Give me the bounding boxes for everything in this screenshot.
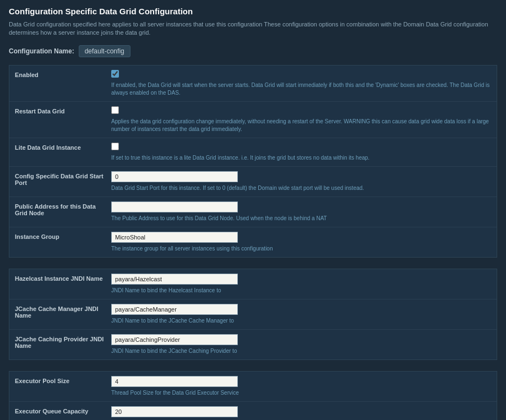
checkbox-basic-0[interactable] <box>111 70 119 78</box>
section-basic: EnabledIf enabled, the Data Grid will st… <box>9 65 497 258</box>
input-executor-1[interactable] <box>111 406 238 417</box>
form-row-basic-2: Lite Data Grid InstanceIf set to true th… <box>9 138 497 167</box>
label-basic-3: Config Specific Data Grid Start Port <box>15 171 111 186</box>
form-row-executor-0: Executor Pool SizeThread Pool Size for t… <box>9 372 497 402</box>
label-basic-4: Public Address for this Data Grid Node <box>15 201 111 216</box>
content-jndi-0: JNDI Name to bind the Hazelcast Instance… <box>111 274 491 294</box>
section-jndi: Hazelcast Instance JNDI NameJNDI Name to… <box>9 269 497 360</box>
help-basic-4: The Public Address to use for this Data … <box>111 215 491 222</box>
content-jndi-1: JNDI Name to bind the JCache Cache Manag… <box>111 304 491 325</box>
help-basic-1: Applies the data grid configuration chan… <box>111 118 491 133</box>
help-executor-0: Thread Pool Size for the Data Grid Execu… <box>111 389 491 397</box>
form-row-basic-1: Restart Data GridApplies the data grid c… <box>9 102 497 138</box>
input-executor-0[interactable] <box>111 376 238 387</box>
input-basic-4[interactable] <box>111 201 238 212</box>
content-basic-1: Applies the data grid configuration chan… <box>111 106 491 133</box>
label-basic-5: Instance Group <box>15 232 111 240</box>
checkbox-basic-1[interactable] <box>111 106 119 114</box>
help-basic-2: If set to true this instance is a lite D… <box>111 154 491 162</box>
help-basic-5: The instance group for all server instan… <box>111 245 491 253</box>
content-basic-4: The Public Address to use for this Data … <box>111 201 491 222</box>
page-title: Configuration Specific Data Grid Configu… <box>9 7 497 16</box>
content-executor-1: Queue Capacity of the Data Grid Executor… <box>111 406 491 420</box>
form-row-executor-1: Executor Queue CapacityQueue Capacity of… <box>9 402 497 420</box>
config-name-label: Configuration Name: <box>9 47 74 55</box>
label-jndi-1: JCache Cache Manager JNDI Name <box>15 304 111 319</box>
config-name-value: default-config <box>79 45 130 57</box>
help-jndi-0: JNDI Name to bind the Hazelcast Instance… <box>111 287 491 294</box>
content-basic-3: Data Grid Start Port for this instance. … <box>111 171 491 192</box>
input-basic-3[interactable] <box>111 171 238 182</box>
help-basic-3: Data Grid Start Port for this instance. … <box>111 184 491 192</box>
label-basic-2: Lite Data Grid Instance <box>15 143 111 151</box>
content-basic-2: If set to true this instance is a lite D… <box>111 143 491 162</box>
checkbox-basic-2[interactable] <box>111 143 119 150</box>
form-row-basic-4: Public Address for this Data Grid NodeTh… <box>9 197 497 227</box>
input-jndi-2[interactable] <box>111 334 238 345</box>
label-basic-0: Enabled <box>15 70 111 78</box>
help-jndi-1: JNDI Name to bind the JCache Cache Manag… <box>111 317 491 325</box>
help-jndi-2: JNDI Name to bind the JCache Caching Pro… <box>111 347 491 355</box>
input-basic-5[interactable] <box>111 232 238 243</box>
form-row-jndi-0: Hazelcast Instance JNDI NameJNDI Name to… <box>9 269 497 299</box>
form-row-basic-5: Instance GroupThe instance group for all… <box>9 227 497 257</box>
label-executor-1: Executor Queue Capacity <box>15 406 111 414</box>
form-row-jndi-1: JCache Cache Manager JNDI NameJNDI Name … <box>9 299 497 330</box>
label-jndi-2: JCache Caching Provider JNDI Name <box>15 334 111 349</box>
form-row-jndi-2: JCache Caching Provider JNDI NameJNDI Na… <box>9 330 497 359</box>
content-basic-5: The instance group for all server instan… <box>111 232 491 253</box>
input-jndi-1[interactable] <box>111 304 238 315</box>
help-basic-0: If enabled, the Data Grid will start whe… <box>111 81 491 97</box>
label-jndi-0: Hazelcast Instance JNDI Name <box>15 274 111 282</box>
label-executor-0: Executor Pool Size <box>15 376 111 384</box>
label-basic-1: Restart Data Grid <box>15 106 111 114</box>
form-row-basic-0: EnabledIf enabled, the Data Grid will st… <box>9 66 497 102</box>
page-description: Data Grid configuration specified here a… <box>9 20 497 37</box>
form-row-basic-3: Config Specific Data Grid Start PortData… <box>9 167 497 197</box>
section-executor: Executor Pool SizeThread Pool Size for t… <box>9 371 497 420</box>
content-basic-0: If enabled, the Data Grid will start whe… <box>111 70 491 97</box>
content-jndi-2: JNDI Name to bind the JCache Caching Pro… <box>111 334 491 355</box>
input-jndi-0[interactable] <box>111 274 238 285</box>
content-executor-0: Thread Pool Size for the Data Grid Execu… <box>111 376 491 397</box>
